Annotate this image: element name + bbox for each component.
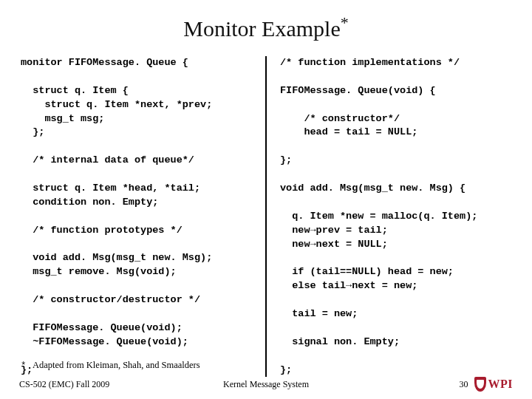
footnote-text: Adapted from Kleiman, Shah, and Smaalder… [33, 360, 200, 370]
title-text: Monitor Example [183, 16, 340, 41]
footnote: * Adapted from Kleiman, Shah, and Smaald… [21, 360, 200, 371]
code-right: /* function implementations */ FIFOMessa… [280, 56, 511, 377]
code-left: monitor FIFOMessage. Queue { struct q. I… [21, 56, 252, 377]
footer-center: Kernel Message System [184, 379, 349, 390]
wpi-logo: WPI [474, 377, 514, 392]
slide-title: Monitor Example* [21, 13, 511, 41]
footer-left: CS-502 (EMC) Fall 2009 [19, 379, 184, 390]
logo-text: WPI [488, 378, 514, 391]
code-columns: monitor FIFOMessage. Queue { struct q. I… [21, 56, 511, 377]
column-divider [265, 56, 267, 377]
title-asterisk: * [341, 13, 349, 32]
shield-icon [474, 377, 486, 392]
slide-number: 30 [460, 379, 468, 390]
footnote-star: * [21, 361, 27, 371]
slide-footer: CS-502 (EMC) Fall 2009 Kernel Message Sy… [0, 377, 532, 392]
